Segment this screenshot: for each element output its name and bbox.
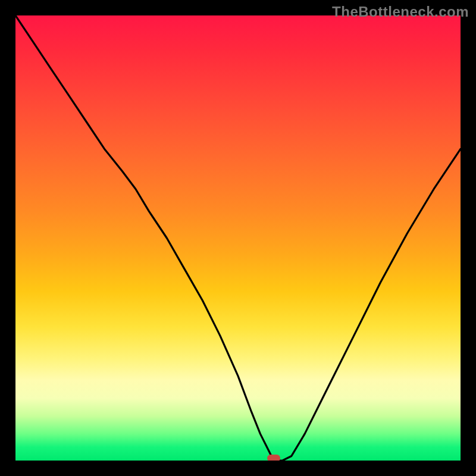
watermark-text: TheBottleneck.com	[332, 4, 469, 20]
bottleneck-curve-path	[15, 15, 461, 461]
bottleneck-min-marker	[267, 455, 280, 461]
chart-plot-area	[15, 15, 461, 461]
chart-curve-svg	[15, 15, 461, 461]
